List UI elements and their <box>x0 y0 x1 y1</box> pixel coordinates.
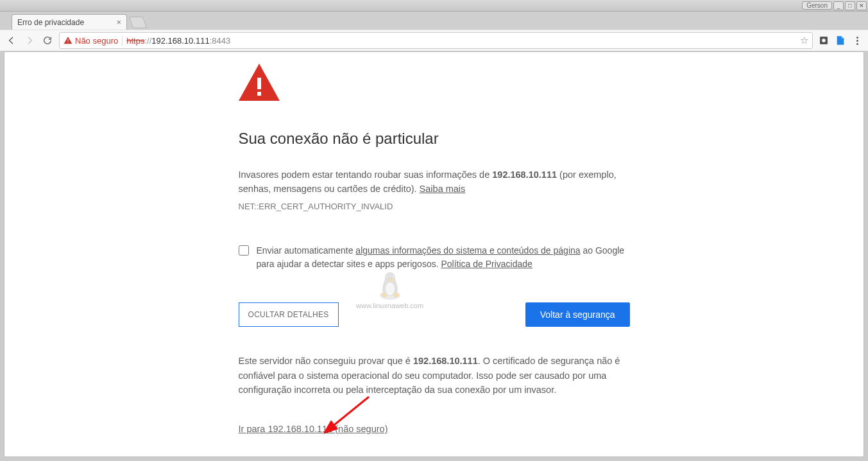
bookmark-star-icon[interactable]: ☆ <box>800 35 808 46</box>
privacy-policy-link[interactable]: Política de Privacidade <box>441 259 532 269</box>
extension-icon-1[interactable] <box>818 35 830 46</box>
omnibox-divider <box>122 35 123 46</box>
large-warning-icon <box>239 64 630 105</box>
learn-more-link[interactable]: Saiba mais <box>420 184 466 194</box>
svg-point-1 <box>822 39 825 42</box>
forward-button <box>23 34 36 47</box>
warning-triangle-icon <box>64 36 72 45</box>
report-info-link[interactable]: algumas informações do sistema e conteúd… <box>355 245 580 256</box>
reload-button[interactable] <box>41 34 54 47</box>
back-to-safety-button[interactable]: Voltar à segurança <box>525 302 630 327</box>
svg-rect-3 <box>257 92 261 96</box>
security-warning-chip[interactable]: Não seguro <box>64 36 118 46</box>
new-tab-button[interactable] <box>129 17 148 28</box>
window-minimize-button[interactable]: _ <box>833 1 844 10</box>
os-username: Gerson <box>802 1 832 10</box>
proceed-unsafe-link[interactable]: Ir para 192.168.10.111 (não seguro) <box>239 422 388 436</box>
error-body: Invasores podem estar tentando roubar su… <box>239 168 630 196</box>
error-heading: Sua conexão não é particular <box>239 126 630 150</box>
svg-rect-2 <box>257 78 261 89</box>
report-optin-checkbox[interactable] <box>239 245 249 256</box>
ssl-error-interstitial: Sua conexão não é particular Invasores p… <box>239 64 630 457</box>
tab-title: Erro de privacidade <box>17 18 84 27</box>
window-close-button[interactable]: ✕ <box>856 1 867 10</box>
browser-menu-button[interactable] <box>851 37 863 45</box>
extension-icon-2[interactable] <box>835 35 846 46</box>
browser-tab[interactable]: Erro de privacidade × <box>12 14 127 30</box>
details-body: Este servidor não conseguiu provar que é… <box>239 354 630 397</box>
not-secure-label: Não seguro <box>75 36 118 46</box>
hide-details-button[interactable]: OCULTAR DETALHES <box>239 302 339 327</box>
browser-tabstrip: Erro de privacidade × <box>0 12 868 30</box>
window-maximize-button[interactable]: □ <box>845 1 855 10</box>
page-viewport[interactable]: Sua conexão não é particular Invasores p… <box>4 51 864 457</box>
browser-toolbar: Não seguro https://192.168.10.111:8443 ☆ <box>0 30 868 51</box>
address-bar[interactable]: Não seguro https://192.168.10.111:8443 ☆ <box>59 32 813 49</box>
back-button[interactable] <box>5 34 18 47</box>
os-titlebar: Gerson _ □ ✕ <box>0 0 868 12</box>
button-row: OCULTAR DETALHES Voltar à segurança <box>239 302 630 327</box>
error-code: NET::ERR_CERT_AUTHORITY_INVALID <box>239 200 630 213</box>
report-optin-row: Enviar automaticamente algumas informaçõ… <box>239 244 630 272</box>
url-text: https://192.168.10.111:8443 <box>126 36 230 46</box>
tab-close-icon[interactable]: × <box>116 17 121 27</box>
